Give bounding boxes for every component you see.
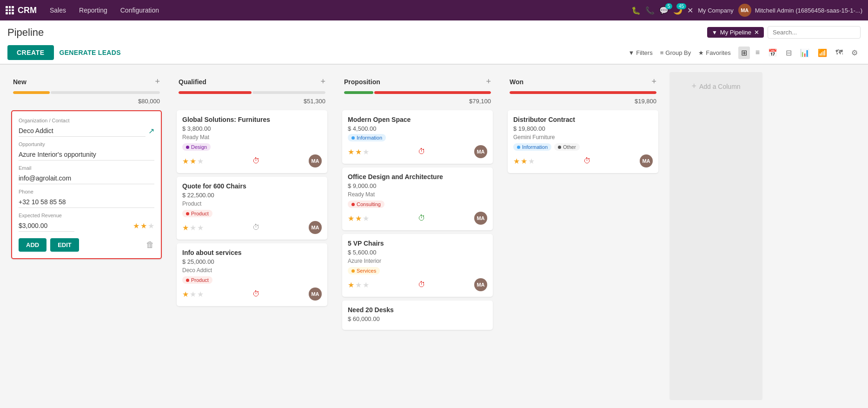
add-column-label[interactable]: + Add a Column (691, 81, 740, 91)
view-icons: ⊞ ≡ 📅 ⊟ 📊 📶 🗺 ⚙ (738, 47, 861, 59)
card-stars[interactable]: ★ ★ ★ (182, 157, 204, 166)
card-amount: $ 22,500.00 (182, 192, 322, 199)
star-1[interactable]: ★ (133, 221, 139, 230)
generate-leads-button[interactable]: GENERATE LEADS (60, 49, 121, 56)
nav-sales[interactable]: Sales (44, 3, 72, 18)
filter-pill-close[interactable]: ✕ (754, 29, 759, 36)
card-modern-open-space[interactable]: Modern Open Space $ 4,500.00 Information… (342, 110, 493, 164)
user-avatar[interactable]: MA (738, 4, 751, 17)
card-stars[interactable]: ★ ★ ★ (348, 214, 369, 223)
toolbar-right: ▼ Filters ≡ Group By ★ Favorites ⊞ ≡ 📅 ⊟… (628, 47, 861, 59)
card-stars[interactable]: ★ ★ ★ (182, 223, 204, 232)
toolbar-left: CREATE GENERATE LEADS (7, 45, 121, 60)
card-title: Info about services (182, 249, 322, 256)
kanban-view-icon[interactable]: ⊞ (738, 47, 750, 59)
opportunity-input[interactable] (19, 149, 154, 161)
activity-icon: ⏱ (418, 281, 425, 289)
close-icon[interactable]: ✕ (687, 6, 693, 15)
revenue-input[interactable] (19, 220, 74, 232)
card-info-services[interactable]: Info about services $ 25,000.00 Deco Add… (177, 243, 327, 306)
card-distributor-contract[interactable]: Distributor Contract $ 19,800.00 Gemini … (508, 110, 658, 173)
card-footer: ★ ★ ★ ⏱ MA (182, 154, 322, 167)
calendar-view-icon[interactable]: 📅 (765, 47, 780, 59)
activity-icon: ⏱ (252, 290, 260, 298)
col-header-qualified: Qualified + (173, 72, 331, 91)
grid-view-icon[interactable]: ⊟ (783, 47, 795, 59)
progress-bar-new (13, 91, 160, 94)
groupby-action[interactable]: ≡ Group By (660, 49, 691, 56)
avatar: MA (309, 288, 322, 301)
settings-view-icon[interactable]: ⚙ (848, 47, 861, 59)
kanban-board: New + $80,000 Organization / Contact ↗ O… (0, 65, 868, 408)
card-office-design[interactable]: Office Design and Architecture $ 9,000.0… (342, 167, 493, 230)
tag-product2: Product (182, 276, 212, 284)
card-stars[interactable]: ★ ★ ★ (348, 281, 369, 289)
activity-icon: ⏱ (252, 223, 260, 232)
col-add-qualified[interactable]: + (320, 77, 325, 87)
favorites-action[interactable]: ★ Favorites (698, 49, 730, 56)
grid-icon (6, 6, 14, 14)
external-link-icon[interactable]: ↗ (148, 127, 154, 135)
nav-reporting[interactable]: Reporting (73, 3, 113, 18)
search-input[interactable] (768, 26, 861, 39)
app-name: CRM (18, 6, 37, 15)
list-view-icon[interactable]: ≡ (753, 47, 762, 59)
moon-icon[interactable]: 🌙45 (673, 6, 682, 15)
tag-dot (558, 146, 561, 149)
card-amount: $ 19,800.00 (513, 125, 653, 132)
chat-badge: 5 (665, 3, 673, 9)
email-label: Email (19, 165, 154, 171)
col-header-proposition: Proposition + (338, 72, 497, 91)
activity-icon: ⏱ (252, 157, 260, 165)
col-add-proposition[interactable]: + (486, 77, 491, 87)
col-cards-proposition: Modern Open Space $ 4,500.00 Information… (338, 108, 497, 334)
chat-icon[interactable]: 💬5 (659, 6, 669, 15)
revenue-stars[interactable]: ★ ★ ★ (133, 221, 154, 230)
card-stars[interactable]: ★ ★ ★ (182, 290, 204, 299)
add-button[interactable]: ADD (19, 238, 46, 252)
add-column-area[interactable]: + Add a Column (669, 72, 762, 400)
toolbar: CREATE GENERATE LEADS ▼ Filters ≡ Group … (0, 41, 868, 64)
col-title-won: Won (510, 78, 523, 86)
email-input[interactable] (19, 173, 154, 184)
edit-button[interactable]: EDIT (50, 238, 79, 252)
card-quote-600-chairs[interactable]: Quote for 600 Chairs $ 22,500.00 Product… (177, 177, 327, 240)
page-header: Pipeline ▼ My Pipeline ✕ CREATE GENERATE… (0, 20, 868, 65)
bug-icon[interactable]: 🐛 (631, 6, 641, 15)
delete-button[interactable]: 🗑 (146, 240, 154, 250)
opp-label: Opportunity (19, 141, 154, 147)
app-logo[interactable]: CRM (6, 6, 37, 15)
map-view-icon[interactable]: 🗺 (833, 47, 846, 59)
card-global-solutions[interactable]: Global Solutions: Furnitures $ 3,800.00 … (177, 110, 327, 173)
bar-view-icon[interactable]: 📊 (797, 47, 812, 59)
card-stars[interactable]: ★ ★ ★ (513, 157, 535, 166)
card-tags: Product (182, 210, 322, 217)
col-add-new[interactable]: + (155, 77, 160, 87)
signal-view-icon[interactable]: 📶 (815, 47, 830, 59)
phone-icon[interactable]: 📞 (645, 6, 655, 15)
phone-label: Phone (19, 189, 154, 194)
org-label: Organization / Contact (19, 118, 154, 123)
card-stars[interactable]: ★ ★ ★ (348, 147, 369, 156)
moon-badge: 45 (676, 3, 686, 9)
tag-information2: Information (513, 143, 551, 151)
tag-dot (351, 269, 355, 273)
create-button[interactable]: CREATE (7, 45, 54, 60)
card-title: Quote for 600 Chairs (182, 182, 322, 190)
col-add-won[interactable]: + (651, 77, 656, 87)
star-3[interactable]: ★ (148, 221, 154, 230)
filter-pill[interactable]: ▼ My Pipeline ✕ (707, 27, 764, 38)
nav-configuration[interactable]: Configuration (115, 3, 165, 18)
tag-product: Product (182, 210, 212, 217)
card-5vp-chairs[interactable]: 5 VP Chairs $ 5,600.00 Azure Interior Se… (342, 234, 493, 297)
filters-action[interactable]: ▼ Filters (628, 49, 652, 56)
tag-other: Other (554, 143, 580, 151)
card-need-20-desks[interactable]: Need 20 Desks $ 60,000.00 (342, 301, 493, 330)
col-total-qualified: $51,300 (173, 98, 331, 108)
star-2[interactable]: ★ (140, 221, 147, 230)
tag-dot (186, 212, 189, 215)
org-input[interactable] (19, 125, 146, 137)
col-title-qualified: Qualified (179, 78, 206, 86)
phone-input[interactable] (19, 196, 154, 208)
add-column-text: Add a Column (699, 83, 741, 90)
